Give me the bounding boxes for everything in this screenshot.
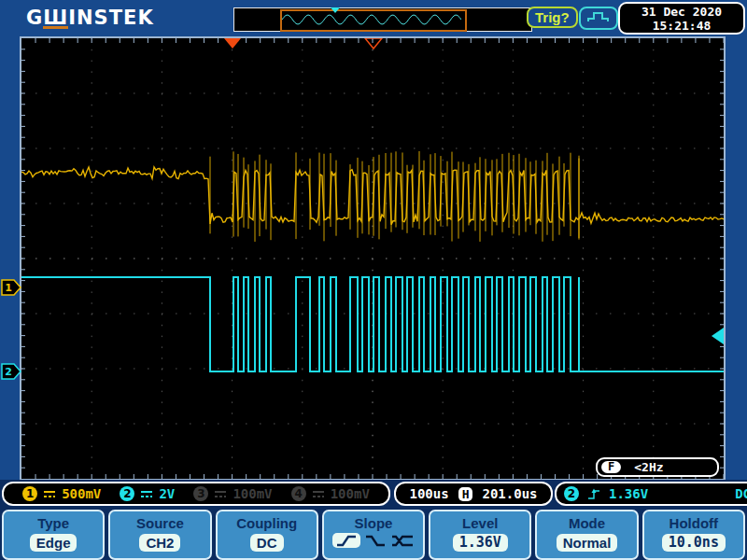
frequency-badge: F <2Hz <box>596 457 719 477</box>
datetime-display: 31 Dec 2020 15:21:48 <box>618 2 745 35</box>
ch4-scale: 100mV <box>331 486 370 501</box>
ch2-scale: 2V <box>159 486 175 501</box>
ch2-badge: 2 <box>120 486 134 501</box>
frequency-icon: F <box>601 461 621 473</box>
menu-label-holdoff: Holdoff <box>644 515 743 531</box>
pulse-edge-icon <box>579 7 618 30</box>
trigger-status-badge: Trig? <box>527 7 578 28</box>
trigger-readout-pill: 2 1.36V DC <box>555 482 747 506</box>
waveform-display: F <2Hz <box>21 38 724 479</box>
menu-button-source[interactable]: Source CH2 <box>108 510 211 560</box>
softkey-menu: Type Edge Source CH2 Coupling DC Slope <box>0 508 747 560</box>
menu-label-slope: Slope <box>324 515 423 531</box>
dc-coupling-icon <box>213 488 228 499</box>
ch1-scale: 500mV <box>62 486 101 501</box>
gwinstek-logo: GШINSTEK <box>26 7 154 29</box>
dc-coupling-icon <box>42 488 57 499</box>
menu-button-type[interactable]: Type Edge <box>2 510 105 560</box>
acquisition-window <box>280 9 467 32</box>
menu-label-coupling: Coupling <box>218 515 317 531</box>
trigger-coupling-readout: DC <box>735 486 747 501</box>
menu-value-type: Edge <box>30 534 78 552</box>
frequency-value: <2Hz <box>634 460 663 474</box>
slope-falling-icon[interactable] <box>364 534 387 548</box>
dc-coupling-icon <box>311 488 326 499</box>
time-text: 15:21:48 <box>620 19 743 33</box>
rising-edge-icon <box>586 487 601 501</box>
ch2-ground-marker: 2 <box>1 363 22 380</box>
menu-button-level[interactable]: Level 1.36V <box>429 510 531 560</box>
logo-w: Ш <box>43 10 68 29</box>
menu-label-level: Level <box>430 515 529 531</box>
status-bar: 1 500mV 2 2V 3 100mV 4 100mV 100us H <box>0 480 747 508</box>
preview-position-marker <box>331 7 340 13</box>
menu-button-coupling[interactable]: Coupling DC <box>216 510 318 560</box>
ch4-status: 4 100mV <box>291 486 370 501</box>
timebase-pill: 100us H 201.0us <box>394 482 553 506</box>
timebase-position: 201.0us <box>482 486 537 501</box>
horizontal-icon: H <box>458 487 473 501</box>
ch3-status: 3 100mV <box>193 486 272 501</box>
date-text: 31 Dec 2020 <box>620 5 743 19</box>
ch2-status: 2 2V <box>120 486 175 501</box>
ch1-ground-marker: 1 <box>1 279 22 296</box>
logo-rest: INSTEK <box>68 7 153 29</box>
menu-label-mode: Mode <box>537 515 636 531</box>
acquisition-preview-bar <box>233 7 532 32</box>
waveform-canvas <box>21 38 724 479</box>
channel-status-pill: 1 500mV 2 2V 3 100mV 4 100mV <box>2 482 390 506</box>
menu-label-source: Source <box>110 515 209 531</box>
menu-value-holdoff: 10.0ns <box>662 534 726 552</box>
trigger-source-badge: 2 <box>564 486 579 501</box>
ch4-badge: 4 <box>291 486 306 501</box>
preview-sine-icon <box>282 11 461 26</box>
menu-label-type: Type <box>4 515 103 531</box>
menu-button-slope[interactable]: Slope <box>322 510 425 560</box>
dc-coupling-icon <box>139 488 154 499</box>
menu-value-mode: Normal <box>557 534 618 552</box>
ch3-scale: 100mV <box>233 486 272 501</box>
slope-both-icon[interactable] <box>390 534 415 548</box>
svg-text:1: 1 <box>5 282 12 294</box>
svg-text:2: 2 <box>5 366 12 378</box>
menu-value-source: CH2 <box>139 534 180 552</box>
menu-value-level: 1.36V <box>453 534 508 552</box>
ch1-status: 1 500mV <box>22 486 101 501</box>
trigger-level-readout: 1.36V <box>609 486 648 501</box>
logo-g: G <box>26 7 43 29</box>
menu-button-holdoff[interactable]: Holdoff 10.0ns <box>642 510 745 560</box>
menu-button-mode[interactable]: Mode Normal <box>535 510 638 560</box>
menu-value-coupling: DC <box>250 534 284 552</box>
top-bar: GШINSTEK Trig? 31 Dec 2020 15:21:48 <box>0 0 747 35</box>
oscilloscope-screen: GШINSTEK Trig? 31 Dec 2020 15:21:48 F <2… <box>0 0 747 560</box>
slope-rising-icon[interactable] <box>332 533 360 548</box>
timebase-scale: 100us <box>410 486 449 501</box>
ch1-badge: 1 <box>22 486 37 501</box>
ch3-badge: 3 <box>193 486 208 501</box>
